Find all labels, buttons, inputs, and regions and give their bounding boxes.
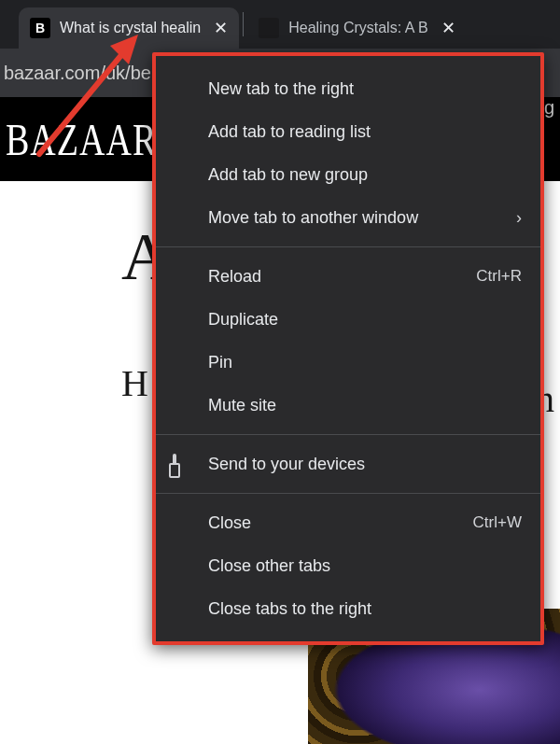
menu-close[interactable]: Close Ctrl+W — [156, 501, 540, 544]
tab-context-menu: New tab to the right Add tab to reading … — [152, 52, 544, 645]
menu-accelerator: Ctrl+R — [476, 267, 522, 286]
favicon: B — [30, 18, 50, 38]
menu-label: Send to your devices — [208, 455, 522, 474]
menu-label: Add tab to reading list — [208, 122, 522, 142]
menu-mute-site[interactable]: Mute site — [156, 384, 540, 427]
menu-label: Duplicate — [208, 310, 522, 330]
menu-label: Close other tabs — [208, 556, 522, 576]
menu-duplicate[interactable]: Duplicate — [156, 298, 540, 341]
menu-send-devices[interactable]: Send to your devices — [156, 442, 540, 485]
tab-strip: B What is crystal healin ✕ Healing Cryst… — [0, 0, 560, 49]
menu-close-right[interactable]: Close tabs to the right — [156, 587, 540, 630]
favicon — [259, 18, 279, 38]
menu-separator — [156, 493, 540, 494]
site-logo[interactable]: BAZAAR — [6, 112, 157, 165]
url-text: bazaar.com/uk/be — [0, 63, 151, 84]
chevron-right-icon: › — [516, 208, 522, 228]
menu-label: New tab to the right — [208, 79, 522, 99]
tab-separator — [243, 12, 244, 36]
menu-separator — [156, 246, 540, 247]
menu-label: Add tab to new group — [208, 165, 522, 185]
close-icon[interactable]: ✕ — [214, 18, 228, 38]
close-icon[interactable]: ✕ — [441, 18, 455, 38]
menu-close-other[interactable]: Close other tabs — [156, 544, 540, 587]
menu-new-tab-right[interactable]: New tab to the right — [156, 67, 540, 110]
menu-label: Move tab to another window — [208, 208, 516, 228]
menu-label: Reload — [208, 267, 476, 287]
menu-accelerator: Ctrl+W — [473, 513, 522, 532]
menu-add-reading-list[interactable]: Add tab to reading list — [156, 110, 540, 153]
tab-title: Healing Crystals: A B — [288, 20, 427, 36]
tab-title: What is crystal healin — [60, 20, 201, 36]
menu-label: Pin — [208, 353, 522, 372]
menu-label: Close tabs to the right — [208, 599, 522, 619]
menu-move-window[interactable]: Move tab to another window › — [156, 196, 540, 239]
menu-pin[interactable]: Pin — [156, 341, 540, 384]
menu-reload[interactable]: Reload Ctrl+R — [156, 255, 540, 298]
menu-add-new-group[interactable]: Add tab to new group — [156, 153, 540, 196]
devices-icon — [173, 456, 195, 472]
browser-tab[interactable]: Healing Crystals: A B ✕ — [247, 7, 466, 49]
menu-label: Close — [208, 513, 473, 533]
browser-tab-active[interactable]: B What is crystal healin ✕ — [19, 7, 239, 49]
url-overflow: g — [544, 97, 554, 119]
menu-separator — [156, 434, 540, 435]
menu-label: Mute site — [208, 396, 522, 415]
